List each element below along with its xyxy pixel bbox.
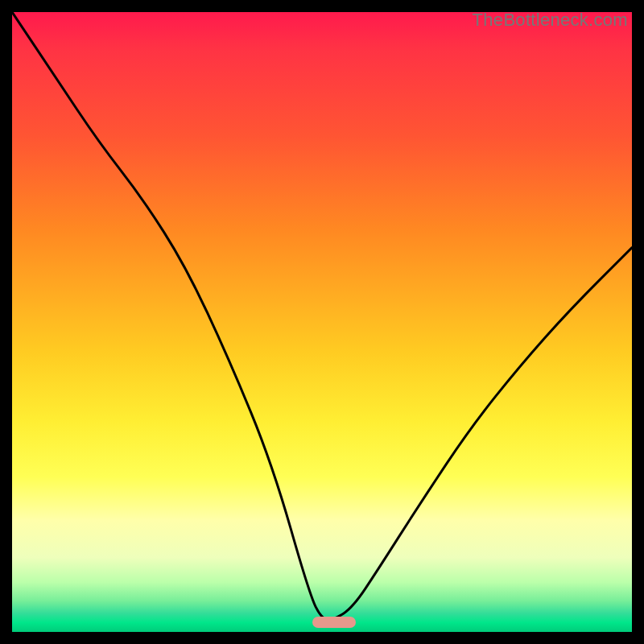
optimal-range-marker [312,617,356,628]
curve-svg [12,12,632,632]
chart-container: TheBottleneck.com [0,0,644,644]
bottleneck-curve-path [12,12,632,620]
watermark-text: TheBottleneck.com [473,10,628,31]
plot-area [12,12,632,632]
